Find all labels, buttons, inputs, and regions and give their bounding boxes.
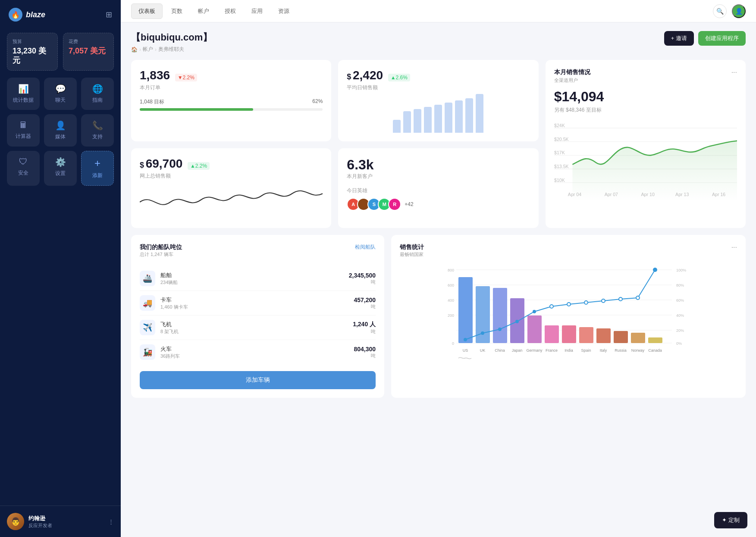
sidebar-item-guide[interactable]: 🌐 指南 [81,78,114,110]
truck-icon: 🚚 [140,295,155,311]
sidebar: 🔥 blaze ⊞ 预算 13,230 美元 花费 7,057 美元 📊 统计数… [0,0,121,537]
svg-rect-39 [579,327,593,343]
page-content: 【biqubiqu.com】 🏠 › 帐户 › 奥弗维耶夫 + 邀请 创建应用程… [121,22,756,537]
bar-item [403,111,411,133]
expense-card: 花费 7,057 美元 [63,33,114,71]
search-button[interactable]: 🔍 [713,4,727,18]
sidebar-item-media[interactable]: 👤 媒体 [44,114,77,147]
sidebar-footer: 👨 约翰逊 反应开发者 ⋮ [0,506,121,537]
sidebar-item-calculator[interactable]: 🖩 计算器 [7,114,40,147]
sales-stats-more[interactable]: ··· [731,244,737,251]
customers-label: 本月新客户 [347,173,530,180]
fleet-train-num: 804,300 [354,346,376,353]
user-more-icon[interactable]: ⋮ [108,518,114,525]
orders-progress: 1,048 目标 62% [140,98,323,111]
fleet-train-info: 火车 36路列车 [160,345,354,359]
sidebar-item-security[interactable]: 🛡 安全 [7,151,40,186]
tab-resources[interactable]: 资源 [271,3,296,19]
sidebar-item-add[interactable]: + 添新 [81,151,114,186]
fleet-truck-info: 卡车 1,460 辆卡车 [160,296,354,310]
svg-point-50 [567,303,571,306]
fleet-ship-value: 2,345,500 吨 [349,272,376,285]
user-avatar-btn[interactable]: 👤 [732,4,746,18]
breadcrumb-sep2: › [155,47,157,53]
svg-text:80%: 80% [676,283,684,287]
svg-text:US: US [463,348,468,353]
svg-text:20%: 20% [676,328,684,333]
fleet-item-plane: ✈️ 飞机 8 架飞机 1,240 人 吨 [140,315,376,340]
sales-more-icon[interactable]: ··· [731,69,737,76]
sales-title-area: 本月销售情况 全渠道用户 [554,69,590,84]
breadcrumb-account: 帐户 [143,46,153,53]
fleet-train-name: 火车 [160,345,354,353]
stats-label: 统计数据 [13,97,34,104]
svg-point-46 [498,328,502,331]
customize-button[interactable]: ✦ 定制 [714,512,747,528]
sidebar-item-chat[interactable]: 💬 聊天 [44,78,77,110]
svg-text:Japan: Japan [512,348,523,353]
expense-value: 7,057 美元 [69,47,108,56]
fleet-ship-name: 船舶 [160,272,349,279]
guide-label: 指南 [92,97,103,104]
invite-button[interactable]: + 邀请 [664,31,694,46]
create-app-button[interactable]: 创建应用程序 [698,31,746,46]
total-sales-value: 69,700 [146,157,183,170]
budget-cards: 预算 13,230 美元 花费 7,057 美元 [0,29,121,78]
fleet-title-area: 我们的船队吨位 总计 1,247 辆车 [140,244,182,265]
sidebar-item-support[interactable]: 📞 支持 [81,114,114,147]
progress-pct: 62% [312,98,323,106]
budget-card: 预算 13,230 美元 [7,33,58,71]
ship-icon: 🚢 [140,271,155,286]
bottom-grid: 我们的船队吨位 总计 1,247 辆车 检阅船队 🚢 船舶 234辆船 2,34… [131,235,746,398]
train-icon: 🚂 [140,344,155,360]
expense-label: 花费 [69,38,108,45]
total-sales-currency: $ [140,161,144,169]
page-title: 【biqubiqu.com】 [131,31,212,44]
svg-text:Norway: Norway [631,348,645,353]
breadcrumb-current: 奥弗维耶夫 [158,46,184,53]
sidebar-item-settings[interactable]: ⚙️ 设置 [44,151,77,186]
sidebar-item-stats[interactable]: 📊 统计数据 [7,78,40,110]
heroes-avatars: A S M R +42 [347,198,530,211]
tab-pages[interactable]: 页数 [164,3,189,19]
svg-text:Apr 07: Apr 07 [604,192,618,197]
fleet-truck-count: 1,460 辆卡车 [160,304,354,310]
svg-point-48 [533,310,536,313]
fleet-plane-count: 8 架飞机 [160,328,353,335]
fleet-title: 我们的船队吨位 [140,244,182,251]
tab-auth[interactable]: 授权 [218,3,243,19]
fleet-plane-info: 飞机 8 架飞机 [160,321,353,335]
chat-label: 聊天 [55,97,66,104]
calculator-label: 计算器 [16,133,31,140]
svg-text:India: India [565,348,573,353]
tab-dashboard[interactable]: 仪表板 [131,3,163,19]
wave-chart [140,185,323,219]
orders-header: 1,836 ▼2.2% [140,69,323,82]
sales-card-header: 本月销售情况 全渠道用户 ··· [554,69,737,84]
settings-label: 设置 [55,170,66,177]
tab-apps[interactable]: 应用 [245,3,270,19]
avg-sales-change: ▲2.6% [388,74,410,81]
page-actions: + 邀请 创建应用程序 [664,31,746,46]
fleet-truck-num: 457,200 [354,297,376,303]
svg-text:Italy: Italy [600,348,607,353]
bar-item [424,107,432,133]
tab-account[interactable]: 帐户 [191,3,216,19]
fleet-link[interactable]: 检阅船队 [355,244,376,251]
customers-value: 6.3k [347,157,530,173]
sales-stats-title: 销售统计 [400,244,424,251]
sales-stats-header: 销售统计 最畅销国家 ··· [400,244,737,265]
logo-text: blaze [26,10,45,19]
fleet-ship-unit: 吨 [349,279,376,285]
avg-sales-card: $ 2,420 ▲2.6% 平均日销售额 [338,60,538,141]
header-settings-icon[interactable]: ⊞ [106,10,112,19]
svg-point-44 [464,338,467,341]
fleet-train-unit: 吨 [354,353,376,359]
fleet-plane-value: 1,240 人 吨 [353,321,376,335]
svg-text:$13.5K: $13.5K [554,164,569,169]
svg-rect-32 [458,277,473,343]
svg-text:100%: 100% [676,268,686,272]
total-sales-header: $ 69,700 ▲2.2% [140,157,323,171]
add-vehicle-button[interactable]: 添加车辆 [140,371,376,389]
breadcrumb: 🏠 › 帐户 › 奥弗维耶夫 [131,46,212,53]
